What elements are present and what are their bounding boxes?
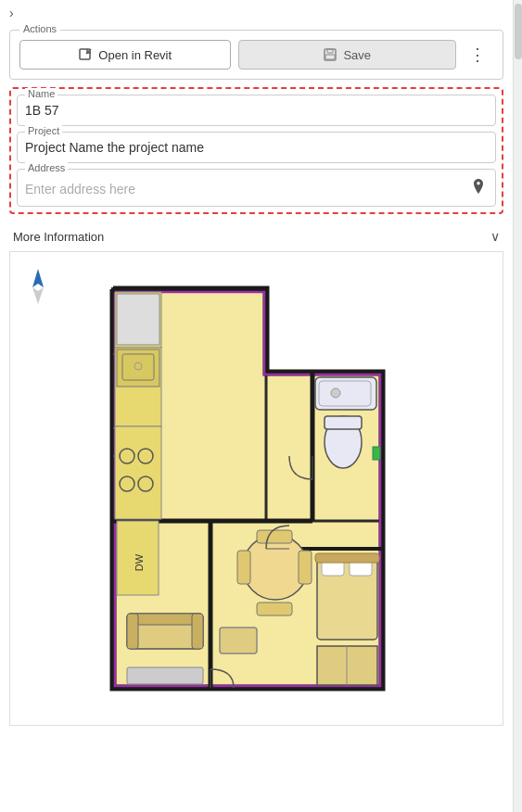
svg-rect-30 — [257, 530, 292, 543]
svg-marker-4 — [32, 269, 44, 287]
svg-rect-28 — [117, 294, 159, 345]
svg-rect-38 — [325, 416, 362, 429]
save-icon — [323, 47, 337, 62]
main-content: › Actions Open in Revit Save — [0, 0, 513, 726]
open-in-revit-label: Open in Revit — [98, 48, 172, 62]
svg-rect-39 — [373, 447, 380, 460]
floorplan-container: DW — [9, 251, 503, 726]
svg-rect-51 — [220, 628, 257, 653]
project-field-value[interactable]: Project Name the project name — [25, 136, 488, 157]
svg-rect-43 — [315, 553, 379, 563]
scrollbar-thumb — [515, 4, 522, 59]
svg-rect-48 — [127, 614, 138, 649]
svg-rect-25 — [117, 349, 159, 387]
actions-section: Actions Open in Revit Save ⋮ — [9, 30, 503, 80]
floorplan-svg: DW — [39, 261, 475, 716]
name-field-value[interactable]: 1B 57 — [25, 99, 488, 120]
address-field-label: Address — [25, 162, 68, 173]
more-information-label: More Information — [13, 230, 104, 244]
svg-rect-3 — [325, 55, 335, 59]
open-in-revit-icon — [78, 47, 93, 62]
more-information-row[interactable]: More Information ∨ — [0, 222, 513, 251]
name-field-label: Name — [25, 88, 57, 99]
save-label: Save — [343, 48, 371, 62]
project-field-group: Project Project Name the project name — [17, 132, 496, 163]
address-field-placeholder[interactable]: Enter address here — [25, 182, 135, 197]
svg-rect-50 — [127, 667, 203, 684]
svg-rect-31 — [257, 603, 292, 615]
north-arrow — [27, 267, 49, 304]
actions-label: Actions — [19, 23, 60, 34]
address-field-row: Enter address here — [25, 173, 488, 200]
location-icon[interactable] — [469, 177, 488, 200]
chevron-down-icon: ∨ — [490, 229, 500, 244]
svg-rect-49 — [192, 614, 203, 649]
svg-rect-33 — [299, 551, 312, 584]
svg-rect-18 — [115, 426, 161, 519]
address-field-group: Address Enter address here — [17, 169, 496, 207]
svg-marker-5 — [32, 287, 44, 304]
svg-rect-34 — [315, 377, 376, 410]
svg-point-36 — [331, 388, 340, 398]
scrollbar[interactable] — [513, 0, 522, 812]
collapse-arrow[interactable]: › — [0, 0, 23, 26]
info-section: Name 1B 57 Project Project Name the proj… — [9, 87, 503, 214]
name-field-group: Name 1B 57 — [17, 95, 496, 126]
more-options-icon: ⋮ — [469, 45, 488, 64]
more-options-button[interactable]: ⋮ — [464, 41, 493, 69]
svg-rect-32 — [237, 551, 250, 584]
save-button[interactable]: Save — [238, 40, 457, 70]
project-field-label: Project — [25, 125, 62, 136]
open-in-revit-button[interactable]: Open in Revit — [19, 40, 231, 70]
collapse-icon: › — [9, 6, 14, 20]
svg-text:DW: DW — [134, 553, 145, 571]
actions-row: Open in Revit Save ⋮ — [19, 40, 493, 70]
